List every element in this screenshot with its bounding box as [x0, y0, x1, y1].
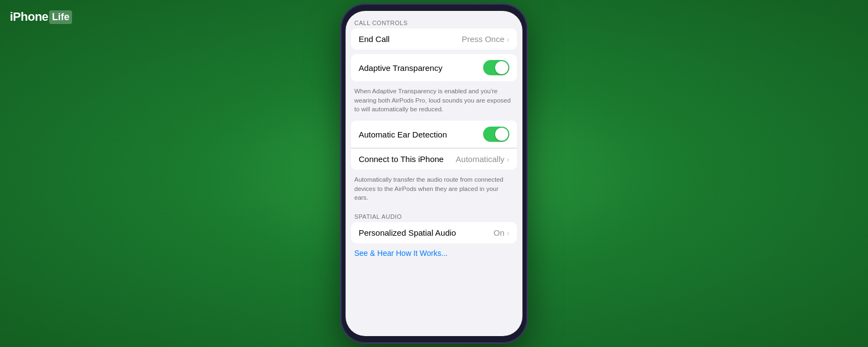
personalized-spatial-audio-row[interactable]: Personalized Spatial Audio On › — [351, 222, 517, 243]
settings-content: CALL CONTROLS End Call Press Once › — [346, 11, 522, 336]
spatial-audio-group: Personalized Spatial Audio On › — [351, 222, 517, 243]
ear-detection-group: Automatic Ear Detection Connect to This … — [351, 121, 517, 170]
end-call-label: End Call — [359, 34, 390, 44]
adaptive-transparency-group: Adaptive Transparency — [351, 54, 517, 81]
end-call-value: Press Once › — [462, 34, 509, 44]
adaptive-transparency-label: Adaptive Transparency — [359, 63, 442, 73]
connect-to-iphone-row[interactable]: Connect to This iPhone Automatically › — [351, 148, 517, 170]
adaptive-transparency-description: When Adaptive Transparency is enabled an… — [346, 83, 522, 118]
call-controls-section-label: CALL CONTROLS — [346, 15, 522, 28]
personalized-spatial-audio-value-text: On — [494, 228, 504, 237]
connect-to-iphone-value-text: Automatically — [456, 154, 504, 164]
connect-to-iphone-chevron-icon: › — [507, 154, 509, 164]
personalized-spatial-audio-label: Personalized Spatial Audio — [359, 228, 456, 237]
end-call-chevron-icon: › — [507, 34, 509, 44]
spatial-audio-section-label: SPATIAL AUDIO — [346, 209, 522, 222]
automatic-ear-detection-row[interactable]: Automatic Ear Detection — [351, 121, 517, 148]
phone-frame: CALL CONTROLS End Call Press Once › — [341, 4, 527, 343]
phone-device: CALL CONTROLS End Call Press Once › — [328, 0, 540, 347]
adaptive-transparency-toggle[interactable] — [483, 60, 509, 75]
end-call-value-text: Press Once — [462, 34, 504, 44]
automatic-ear-detection-toggle[interactable] — [483, 127, 509, 142]
personalized-spatial-audio-value: On › — [494, 228, 509, 237]
phone-screen: CALL CONTROLS End Call Press Once › — [346, 11, 522, 336]
logo-life-badge: Life — [49, 10, 72, 24]
adaptive-transparency-row[interactable]: Adaptive Transparency — [351, 54, 517, 81]
connect-to-iphone-label: Connect to This iPhone — [359, 154, 444, 164]
call-controls-group: End Call Press Once › — [351, 28, 517, 50]
adaptive-transparency-toggle-knob — [495, 61, 508, 74]
automatic-ear-detection-toggle-knob — [495, 128, 508, 141]
connect-to-iphone-value: Automatically › — [456, 154, 509, 164]
logo-iphone-text: iPhone — [10, 10, 48, 24]
ear-detection-description: Automatically transfer the audio route f… — [346, 172, 522, 207]
iphone-life-logo: iPhone Life — [10, 10, 72, 24]
personalized-spatial-audio-chevron-icon: › — [507, 228, 509, 237]
see-hear-link[interactable]: See & Hear How It Works... — [346, 246, 522, 261]
automatic-ear-detection-label: Automatic Ear Detection — [359, 130, 447, 139]
end-call-row[interactable]: End Call Press Once › — [351, 28, 517, 50]
